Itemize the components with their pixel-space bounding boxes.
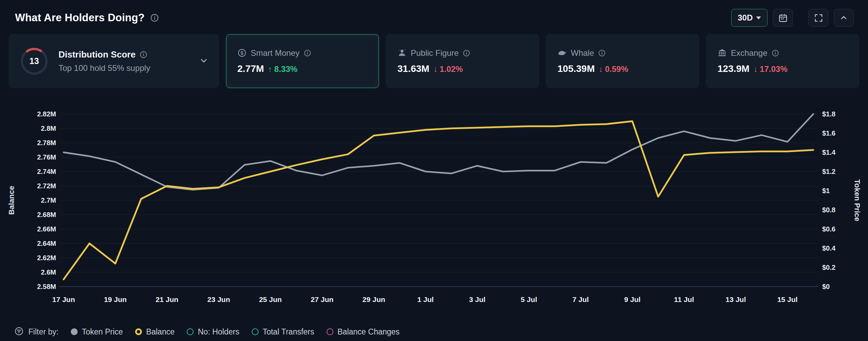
- topbar: What Are Holders Doing? 30D: [0, 0, 868, 34]
- info-icon[interactable]: [140, 51, 147, 59]
- metric-value: 123.9M: [718, 63, 749, 74]
- card-whale[interactable]: Whale 105.39M ↓ 0.59%: [546, 34, 699, 88]
- left-axis-tick-label: 2.74M: [37, 168, 56, 175]
- metric-change: ↑ 8.33%: [268, 64, 298, 74]
- legend-dot: [327, 328, 333, 335]
- metric-value: 105.39M: [557, 63, 595, 74]
- right-axis-tick-label: $1.8: [822, 110, 836, 118]
- person-icon: [397, 48, 407, 58]
- right-axis-tick-label: $0: [822, 283, 830, 290]
- metric-label: Smart Money: [251, 48, 300, 58]
- chevron-down-icon: [756, 16, 761, 20]
- legend-dot: [71, 328, 78, 335]
- info-icon[interactable]: [598, 49, 606, 57]
- left-axis-tick-label: 2.66M: [37, 225, 56, 233]
- coin-icon: $: [237, 48, 247, 58]
- calendar-button[interactable]: [773, 9, 793, 27]
- x-axis-tick-label: 11 Jul: [674, 295, 694, 303]
- right-axis-tick-label: $1.6: [822, 129, 836, 137]
- change-arrow-icon: ↑: [268, 64, 272, 74]
- info-icon[interactable]: [463, 49, 470, 57]
- filter-by-label: Filter by:: [28, 327, 58, 337]
- info-icon[interactable]: [304, 49, 311, 57]
- left-axis-tick-label: 2.6M: [41, 268, 56, 276]
- legend-balance-changes[interactable]: Balance Changes: [327, 327, 400, 337]
- distribution-score-value: 13: [19, 47, 49, 76]
- chevron-down-icon[interactable]: [199, 56, 208, 66]
- left-axis-title: Balance: [7, 186, 16, 215]
- svg-text:$: $: [241, 50, 244, 56]
- card-exchange[interactable]: Exchange 123.9M ↓ 17.03%: [706, 34, 859, 88]
- x-axis-tick-label: 29 Jun: [363, 295, 385, 303]
- x-axis-tick-label: 17 Jun: [52, 295, 75, 303]
- whale-icon: [557, 48, 567, 58]
- x-axis-tick-label: 21 Jun: [156, 295, 179, 303]
- card-distribution-score[interactable]: 13 Distribution Score Top 100 hold 55% s…: [9, 34, 219, 88]
- x-axis-tick-label: 5 Jul: [521, 295, 537, 303]
- legend-dot: [135, 328, 142, 335]
- metric-label: Whale: [571, 48, 594, 58]
- legend-no-holders[interactable]: No: Holders: [187, 327, 239, 337]
- left-axis-tick-label: 2.82M: [37, 110, 56, 118]
- metric-cards-row: 13 Distribution Score Top 100 hold 55% s…: [0, 34, 868, 88]
- metric-value: 31.63M: [397, 63, 429, 74]
- x-axis-tick-label: 27 Jun: [311, 295, 334, 303]
- distribution-subtitle: Top 100 hold 55% supply: [58, 63, 150, 73]
- timeframe-select[interactable]: 30D: [731, 9, 767, 27]
- distribution-score-label: Distribution Score: [58, 49, 135, 60]
- right-axis-tick-label: $0.8: [822, 206, 836, 214]
- right-axis-tick-label: $0.4: [822, 244, 836, 252]
- card-smart-money[interactable]: $ Smart Money 2.77M ↑ 8.33%: [226, 34, 379, 88]
- left-axis-tick-label: 2.78M: [37, 139, 56, 147]
- token-price-line: [64, 114, 813, 190]
- metric-change: ↓ 17.03%: [753, 64, 787, 74]
- x-axis-tick-label: 15 Jul: [777, 295, 798, 303]
- left-axis-tick-label: 2.64M: [37, 240, 56, 247]
- metric-label: Exchange: [731, 48, 767, 58]
- fullscreen-icon: [814, 13, 823, 23]
- right-axis-tick-label: $1: [822, 187, 830, 194]
- header-controls: 30D: [731, 9, 854, 27]
- left-axis-tick-label: 2.62M: [37, 254, 56, 262]
- left-axis-tick-label: 2.68M: [37, 211, 56, 218]
- left-axis-tick-label: 2.8M: [41, 125, 56, 132]
- timeframe-value: 30D: [738, 13, 753, 23]
- bank-icon: [718, 48, 727, 58]
- right-axis-tick-label: $1.4: [822, 149, 836, 156]
- x-axis-tick-label: 1 Jul: [417, 295, 434, 303]
- holders-chart: 2.58M2.6M2.62M2.64M2.66M2.68M2.7M2.72M2.…: [0, 102, 868, 324]
- legend-dot: [187, 328, 194, 335]
- change-percent: 8.33%: [274, 64, 298, 74]
- filter-icon: [14, 327, 24, 337]
- right-axis-tick-label: $0.2: [822, 264, 836, 271]
- metric-value: 2.77M: [237, 63, 264, 74]
- legend-dot: [252, 328, 259, 335]
- x-axis-tick-label: 3 Jul: [469, 295, 485, 303]
- legend-total-transfers[interactable]: Total Transfers: [252, 327, 314, 337]
- x-axis-tick-label: 19 Jun: [104, 295, 127, 303]
- right-axis-title: Token Price: [853, 179, 862, 221]
- fullscreen-button[interactable]: [808, 9, 828, 27]
- left-axis-tick-label: 2.72M: [37, 182, 56, 190]
- x-axis-tick-label: 7 Jul: [573, 295, 589, 303]
- collapse-button[interactable]: [834, 9, 854, 27]
- info-icon[interactable]: [772, 49, 779, 57]
- x-axis-tick-label: 25 Jun: [259, 295, 282, 303]
- info-icon[interactable]: [150, 13, 159, 22]
- chart-canvas[interactable]: 2.58M2.6M2.62M2.64M2.66M2.68M2.7M2.72M2.…: [0, 102, 868, 324]
- left-axis-tick-label: 2.76M: [37, 153, 56, 161]
- legend-balance[interactable]: Balance: [135, 327, 174, 337]
- metric-change: ↓ 1.02%: [433, 64, 463, 74]
- x-axis-tick-label: 23 Jun: [207, 295, 230, 303]
- change-arrow-icon: ↓: [599, 64, 603, 74]
- metric-change: ↓ 0.59%: [599, 64, 628, 74]
- change-arrow-icon: ↓: [753, 64, 758, 74]
- legend-token-price[interactable]: Token Price: [71, 327, 123, 337]
- left-axis-tick-label: 2.58M: [37, 283, 56, 290]
- page-title: What Are Holders Doing?: [15, 12, 145, 24]
- chart-legend: Filter by: Token Price Balance No: Holde…: [0, 324, 868, 339]
- left-axis-tick-label: 2.7M: [41, 197, 56, 204]
- right-axis-tick-label: $0.6: [822, 225, 836, 233]
- metric-label: Public Figure: [411, 48, 459, 58]
- card-public-figure[interactable]: Public Figure 31.63M ↓ 1.02%: [386, 34, 539, 88]
